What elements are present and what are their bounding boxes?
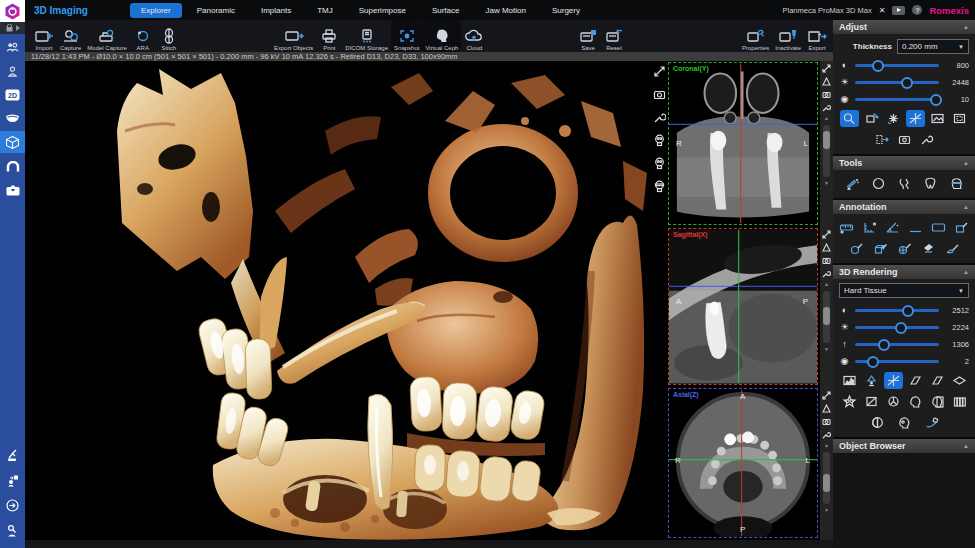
tools-header[interactable]: Tools ▲ [833,156,975,170]
axial-scrollbar[interactable] [823,452,830,504]
slider-handle[interactable] [901,77,913,89]
draw-target-button[interactable] [895,240,914,257]
light-source-button[interactable] [862,372,881,389]
collapse-icon[interactable]: ▲ [963,204,969,210]
stitch-button[interactable]: Stitch [156,20,182,52]
snapshot-button[interactable]: Snapshot [391,20,422,52]
zoom-tool-button[interactable] [840,110,859,127]
scroll-up-icon[interactable]: ▲ [824,443,829,448]
model-capture-button[interactable]: Model Capture [84,20,129,52]
scroll-down-icon[interactable]: ▼ [824,347,829,352]
ara-button[interactable]: ARA [130,20,156,52]
romexis-logo[interactable] [0,0,25,22]
help-icon[interactable]: ? [912,5,922,15]
sidebar-item-scan-device[interactable] [0,444,25,466]
text-annotation-button[interactable]: abc [906,219,925,236]
scroll-up-icon[interactable]: ▲ [824,116,829,121]
rendering-header[interactable]: 3D Rendering ▲ [833,265,975,279]
inactivate-button[interactable]: Inactivate [772,20,804,52]
measure-corner-button[interactable] [860,219,879,236]
render-slice-lines-button[interactable] [884,372,903,389]
sidebar-item-patients[interactable] [0,36,25,58]
pyramid-view-icon[interactable] [822,404,831,413]
sidebar-item-sign-in[interactable] [0,494,25,516]
sphere-split-button[interactable] [868,414,887,431]
tab-superimpose[interactable]: Superimpose [348,3,417,18]
collapse-icon[interactable]: ▲ [963,269,969,275]
skull-band-icon[interactable] [653,180,666,193]
green-plane-button[interactable] [906,372,925,389]
clip-box-button[interactable] [862,393,881,410]
tooth-tool-button[interactable] [921,175,940,192]
color-star-button[interactable] [840,393,859,410]
dicom-storage-button[interactable]: DICOM Storage [342,20,391,52]
face-scan-tool-button[interactable] [947,175,966,192]
collapse-icon[interactable]: ▲ [963,443,969,449]
annotation-header[interactable]: Annotation ▲ [833,200,975,214]
wrench-icon[interactable] [653,111,666,124]
slider-handle[interactable] [895,322,907,334]
axial-slice-view[interactable]: Axial(Z) A P R L [668,388,818,538]
tab-panoramic[interactable]: Panoramic [186,3,246,18]
adjust-header[interactable]: Adjust ▲ [833,20,975,34]
pyramid-view-icon[interactable] [822,77,831,86]
collapse-icon[interactable]: ▲ [963,160,969,166]
expand-view-icon[interactable] [822,64,831,73]
expand-view-icon[interactable] [822,230,831,239]
paint-region-button[interactable] [919,240,938,257]
slider-handle[interactable] [872,60,884,72]
capture-button[interactable]: Capture [57,20,84,52]
sidebar-lock-row[interactable] [0,22,25,34]
render-threshold-slider[interactable] [855,343,939,346]
save-button[interactable]: Save [575,20,601,52]
sagittal-slice-view[interactable]: Sagittal(X) A P [668,228,818,385]
measure-length-button[interactable] [837,219,856,236]
tab-surface[interactable]: Surface [421,3,471,18]
sculpt-eraser-button[interactable] [922,414,941,431]
head-solid-button[interactable] [906,393,925,410]
view-photo-button[interactable] [928,110,947,127]
sidebar-item-patient[interactable] [0,60,25,82]
draw-circle-button[interactable] [847,240,866,257]
sagittal-scrollbar[interactable] [823,291,830,343]
red-plane-button[interactable] [928,372,947,389]
camera-icon[interactable] [822,90,831,99]
head-cut-button[interactable] [928,393,947,410]
sharpness-slider[interactable] [855,98,939,101]
camera-icon[interactable] [822,417,831,426]
color-map-button[interactable] [950,393,969,410]
brightness-slider[interactable] [855,81,939,84]
coronal-scrollbar[interactable] [823,125,830,177]
slider-handle[interactable] [902,305,914,317]
draw-box-button[interactable] [871,240,890,257]
scroll-thumb[interactable] [823,474,830,492]
nerve-tool-button[interactable] [895,175,914,192]
wrench-icon[interactable] [822,430,831,439]
contrast-slider[interactable] [855,64,939,67]
slider-handle[interactable] [930,94,942,106]
head-photo-button[interactable] [895,414,914,431]
pyramid-view-icon[interactable] [822,243,831,252]
skull-icon[interactable] [653,157,666,170]
properties-button[interactable]: Properties [739,20,772,52]
tab-explorer[interactable]: Explorer [130,3,182,18]
wrench-icon[interactable] [822,103,831,112]
label-annotation-button[interactable]: abc [929,219,948,236]
tab-implants[interactable]: Implants [250,3,302,18]
slider-handle[interactable] [867,356,879,368]
export-objects-button[interactable]: Export Objects [271,20,316,52]
gyro-sphere-button[interactable] [884,393,903,410]
slider-handle[interactable] [878,339,890,351]
camera-icon[interactable] [653,88,666,101]
sidebar-item-arch[interactable] [0,155,25,177]
scroll-thumb[interactable] [823,307,830,325]
measure-angle-button[interactable] [883,219,902,236]
tab-jaw-motion[interactable]: Jaw Motion [474,3,536,18]
sidebar-item-case-box[interactable] [0,179,25,201]
scroll-up-icon[interactable]: ▲ [824,282,829,287]
brush-annotation-button[interactable] [943,240,962,257]
crop-frame-button[interactable] [950,110,969,127]
sidebar-item-2d-images[interactable]: 2D [0,84,25,106]
cloud-button[interactable]: Cloud [461,20,487,52]
scroll-down-icon[interactable]: ▼ [824,181,829,186]
